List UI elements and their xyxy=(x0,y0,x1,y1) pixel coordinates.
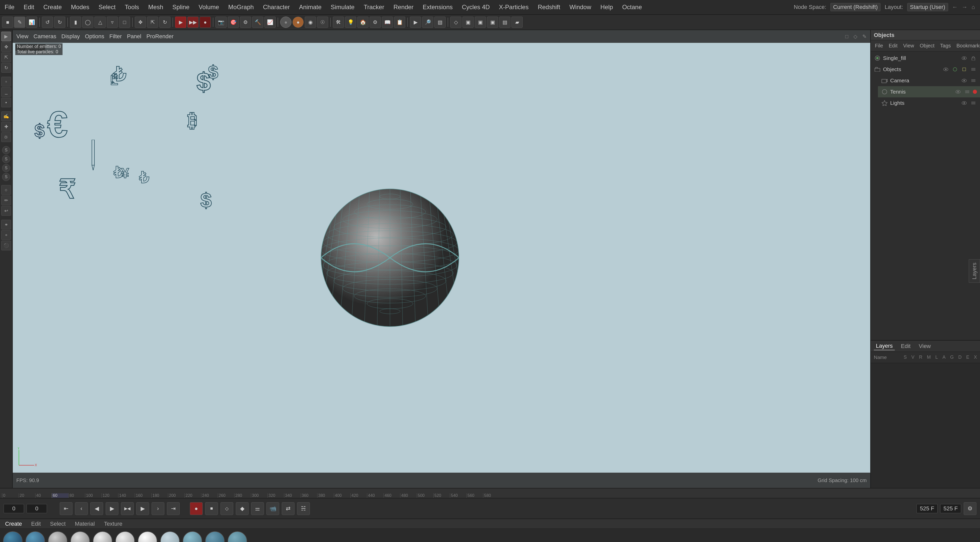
menu-octane[interactable]: Octane xyxy=(617,3,646,12)
menu-cycles4d[interactable]: Cycles 4D xyxy=(457,3,494,12)
transport-autokey[interactable]: ■ xyxy=(205,502,218,515)
obj-lights-more[interactable] xyxy=(970,100,977,106)
left-tool-grab[interactable]: ⚬ xyxy=(1,230,11,240)
menu-window[interactable]: Window xyxy=(565,3,596,12)
nav-home[interactable]: ⌂ xyxy=(972,4,975,11)
toolbar-move-btn[interactable]: ✥ xyxy=(135,17,146,28)
shelf-material-tab[interactable]: Material xyxy=(73,520,97,528)
menu-create[interactable]: Create xyxy=(39,3,66,12)
menu-mograph[interactable]: MoGraph xyxy=(224,3,258,12)
obj-lights-vis[interactable] xyxy=(961,100,968,106)
menu-file[interactable]: File xyxy=(0,3,19,12)
toolbar-extra1[interactable]: 🛠 xyxy=(333,17,344,28)
left-tool-scale[interactable]: ⇱ xyxy=(1,52,11,62)
menu-tracker[interactable]: Tracker xyxy=(359,3,389,12)
layers-view-tab[interactable]: View xyxy=(917,342,933,350)
nodespace-value[interactable]: Current (Redshift) xyxy=(830,3,881,11)
toolbar-cylinder-btn[interactable]: △ xyxy=(94,17,106,28)
toolbar-render3-btn[interactable]: ● xyxy=(200,17,211,28)
left-tool-bend[interactable]: ↩ xyxy=(1,206,11,216)
obj-item-camera[interactable]: Camera xyxy=(878,75,980,86)
toolbar-redo-btn[interactable]: ↻ xyxy=(54,17,65,28)
layers-edit-tab[interactable]: Edit xyxy=(899,342,913,350)
obj-item-single-fill[interactable]: Single_fill xyxy=(871,52,980,64)
toolbar-rotate-btn[interactable]: ↻ xyxy=(159,17,170,28)
obj-edit-menu[interactable]: Edit xyxy=(886,42,899,49)
viewport-icon-1[interactable]: □ xyxy=(845,34,848,40)
left-tool-point[interactable]: ▪ xyxy=(1,98,11,107)
viewport-filter-menu[interactable]: Filter xyxy=(110,33,122,40)
toolbar-extra5[interactable]: 📖 xyxy=(382,17,393,28)
left-tool-spline[interactable]: ○ xyxy=(1,185,11,195)
toolbar-cone-btn[interactable]: ▿ xyxy=(107,17,118,28)
left-tool-knife[interactable]: ✚ xyxy=(1,122,11,132)
toolbar-extra3[interactable]: 🏠 xyxy=(357,17,369,28)
frame-start-display[interactable]: 0 xyxy=(3,504,24,513)
toolbar-tool5[interactable]: 📈 xyxy=(264,17,275,28)
menu-edit[interactable]: Edit xyxy=(19,3,39,12)
shelf-texture-tab[interactable]: Texture xyxy=(102,520,124,528)
toolbar-display1[interactable]: ● xyxy=(280,17,291,28)
obj-tennis-vis[interactable] xyxy=(955,88,962,95)
viewport-display-menu[interactable]: Display xyxy=(62,33,80,40)
viewport-panel-menu[interactable]: Panel xyxy=(127,33,141,40)
material-30-3[interactable]: 30 xyxy=(138,531,157,542)
shelf-edit-tab[interactable]: Edit xyxy=(29,520,43,528)
transport-record[interactable]: ● xyxy=(190,502,203,515)
toolbar-extra2[interactable]: 💡 xyxy=(345,17,356,28)
obj-bookmarks-menu[interactable]: Bookmarks xyxy=(955,42,980,49)
timeline-settings[interactable]: ⚙ xyxy=(964,502,977,515)
toolbar-userdata-btn[interactable]: 📊 xyxy=(26,17,37,28)
toolbar-cube-btn[interactable]: ▮ xyxy=(70,17,81,28)
transport-prev-key[interactable]: ‹ xyxy=(75,502,88,515)
toolbar-display2[interactable]: ● xyxy=(293,17,304,28)
obj-flag-icon[interactable] xyxy=(951,66,959,73)
obj-item-lights[interactable]: Lights xyxy=(878,97,980,109)
material-c-painte-1[interactable]: C_Painte xyxy=(205,531,224,542)
menu-xparticles[interactable]: X-Particles xyxy=(494,3,533,12)
menu-mesh[interactable]: Mesh xyxy=(144,3,168,12)
material-30-2[interactable]: 30 xyxy=(115,531,135,542)
material-rs-dew[interactable]: RS Dew xyxy=(25,531,45,542)
transport-motion[interactable]: ⚌ xyxy=(251,502,264,515)
toolbar-view1[interactable]: ◇ xyxy=(450,17,461,28)
menu-render[interactable]: Render xyxy=(389,3,418,12)
viewport-icon-3[interactable]: ✎ xyxy=(862,33,867,40)
material-rs-bg[interactable]: RS Bg xyxy=(183,531,202,542)
transport-goto-start[interactable]: ⇤ xyxy=(60,502,73,515)
menu-modes[interactable]: Modes xyxy=(66,3,94,12)
obj-file-menu[interactable]: File xyxy=(873,42,885,49)
nav-back[interactable]: ← xyxy=(952,4,958,11)
left-tool-s1[interactable]: S xyxy=(2,146,10,154)
obj-vis-icon[interactable] xyxy=(961,55,968,62)
obj-check-icon[interactable] xyxy=(961,66,968,73)
toolbar-view3[interactable]: ▣ xyxy=(475,17,486,28)
toolbar-tool1[interactable]: 📷 xyxy=(215,17,227,28)
menu-help[interactable]: Help xyxy=(596,3,617,12)
menu-spline[interactable]: Spline xyxy=(168,3,194,12)
obj-tags-menu[interactable]: Tags xyxy=(938,42,953,49)
transport-next-key[interactable]: › xyxy=(151,502,164,515)
toolbar-render-btn[interactable]: ▶ xyxy=(175,17,186,28)
left-tool-paint[interactable]: ✍ xyxy=(1,111,11,121)
toolbar-render2-btn[interactable]: ▶▶ xyxy=(187,17,199,28)
transport-next-frame[interactable]: ▶ xyxy=(136,502,149,515)
shelf-create-tab[interactable]: Create xyxy=(3,520,24,528)
left-tool-polygon[interactable]: ▫ xyxy=(1,77,11,86)
menu-simulate[interactable]: Simulate xyxy=(326,3,359,12)
shelf-select-tab[interactable]: Select xyxy=(48,520,68,528)
left-tool-pen[interactable]: ✏ xyxy=(1,195,11,205)
left-tool-edge[interactable]: ⎯ xyxy=(1,87,11,97)
material-100-2[interactable]: 100 xyxy=(70,531,90,542)
transport-dopesheet[interactable]: ☵ xyxy=(297,502,310,515)
transport-goto-end[interactable]: ⇥ xyxy=(167,502,180,515)
toolbar-view5[interactable]: ▤ xyxy=(499,17,511,28)
transport-play-reverse[interactable]: ▶◀ xyxy=(121,502,134,515)
transport-play[interactable]: ▶ xyxy=(106,502,118,515)
viewport-view-menu[interactable]: View xyxy=(16,33,28,40)
layout-value[interactable]: Startup (User) xyxy=(907,3,948,11)
viewport-icon-2[interactable]: ◇ xyxy=(853,33,857,40)
toolbar-view4[interactable]: ▣ xyxy=(487,17,498,28)
toolbar-display4[interactable]: ☉ xyxy=(317,17,328,28)
obj-object-menu[interactable]: Object xyxy=(918,42,937,49)
